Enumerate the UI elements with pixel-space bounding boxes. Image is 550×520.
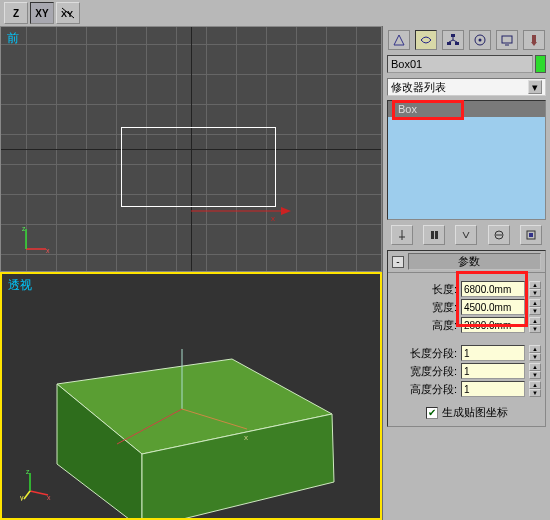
svg-rect-35 (431, 231, 434, 239)
modify-tab-icon[interactable] (415, 30, 437, 50)
svg-line-17 (30, 491, 48, 495)
svg-text:XY: XY (61, 9, 73, 19)
motion-tab-icon[interactable] (469, 30, 491, 50)
viewport-front-label: 前 (7, 30, 19, 47)
command-panel: 修改器列表 ▾ Box - 参数 (382, 26, 550, 520)
configure-sets-icon[interactable] (520, 225, 542, 245)
hierarchy-tab-icon[interactable] (442, 30, 464, 50)
viewport-persp-label: 透视 (8, 277, 32, 294)
svg-line-27 (449, 40, 453, 42)
svg-rect-23 (451, 34, 455, 37)
svg-rect-25 (455, 42, 459, 45)
svg-rect-36 (435, 231, 438, 239)
modifier-stack-item[interactable]: Box (388, 101, 545, 117)
length-label: 长度: (432, 282, 457, 297)
utilities-tab-icon[interactable] (523, 30, 545, 50)
length-segs-input[interactable] (461, 345, 525, 361)
height-input[interactable] (461, 317, 525, 333)
panel-tab-row (383, 26, 550, 52)
svg-text:z: z (26, 468, 30, 475)
svg-text:x: x (46, 247, 50, 254)
width-segs-label: 宽度分段: (410, 364, 457, 379)
object-color-swatch[interactable] (535, 55, 546, 73)
svg-line-18 (24, 491, 30, 499)
svg-rect-31 (502, 36, 512, 43)
display-tab-icon[interactable] (496, 30, 518, 50)
svg-text:z: z (22, 225, 26, 232)
create-tab-icon[interactable] (388, 30, 410, 50)
parameters-rollup: - 参数 长度: ▲▼ 宽度: ▲▼ 高度: (387, 250, 546, 427)
rollup-title: 参数 (408, 253, 541, 270)
modifier-stack-toolbar (383, 222, 550, 248)
length-segs-label: 长度分段: (410, 346, 457, 361)
make-unique-icon[interactable] (455, 225, 477, 245)
length-input[interactable] (461, 281, 525, 297)
length-segs-spinner[interactable]: ▲▼ (529, 345, 541, 361)
top-toolbar: Z XY XY (0, 0, 550, 26)
object-name-input[interactable] (387, 55, 533, 73)
pin-stack-icon[interactable] (391, 225, 413, 245)
height-segs-input[interactable] (461, 381, 525, 397)
show-end-result-icon[interactable] (423, 225, 445, 245)
xy-lock-button[interactable]: XY (56, 2, 80, 24)
svg-text:y: y (20, 494, 24, 501)
gen-uv-label: 生成贴图坐标 (442, 405, 508, 420)
svg-text:x: x (47, 494, 51, 501)
width-input[interactable] (461, 299, 525, 315)
width-label: 宽度: (432, 300, 457, 315)
width-spinner[interactable]: ▲▼ (529, 299, 541, 315)
viewport-perspective[interactable]: 透视 x (0, 272, 382, 520)
remove-modifier-icon[interactable] (488, 225, 510, 245)
width-segs-input[interactable] (461, 363, 525, 379)
box-3d: x (32, 324, 332, 504)
viewports: 前 z x x z (0, 26, 382, 520)
svg-marker-34 (531, 42, 537, 46)
axis-tripod-icon: x y z (20, 467, 54, 503)
svg-text:x: x (244, 433, 248, 442)
viewport-front[interactable]: 前 z x x z (0, 26, 382, 272)
height-segs-label: 高度分段: (410, 382, 457, 397)
modifier-list-label: 修改器列表 (391, 80, 446, 95)
move-gizmo[interactable]: z x (191, 197, 301, 227)
height-spinner[interactable]: ▲▼ (529, 317, 541, 333)
axis-tripod-icon: x z (21, 224, 51, 256)
box-2d-outline (121, 127, 276, 207)
z-button[interactable]: Z (4, 2, 28, 24)
gen-uv-checkbox[interactable]: ✔ (426, 407, 438, 419)
modifier-list-dropdown[interactable]: 修改器列表 ▾ (387, 78, 546, 96)
xy-button[interactable]: XY (30, 2, 54, 24)
svg-rect-24 (447, 42, 451, 45)
length-spinner[interactable]: ▲▼ (529, 281, 541, 297)
svg-point-30 (479, 39, 482, 42)
svg-line-28 (453, 40, 457, 42)
svg-rect-40 (529, 233, 533, 237)
chevron-down-icon: ▾ (528, 80, 542, 94)
height-label: 高度: (432, 318, 457, 333)
modifier-stack[interactable]: Box (387, 100, 546, 220)
svg-rect-33 (532, 35, 536, 42)
svg-text:x: x (271, 214, 275, 223)
rollup-toggle-icon[interactable]: - (392, 256, 404, 268)
height-segs-spinner[interactable]: ▲▼ (529, 381, 541, 397)
svg-marker-3 (281, 207, 291, 215)
width-segs-spinner[interactable]: ▲▼ (529, 363, 541, 379)
